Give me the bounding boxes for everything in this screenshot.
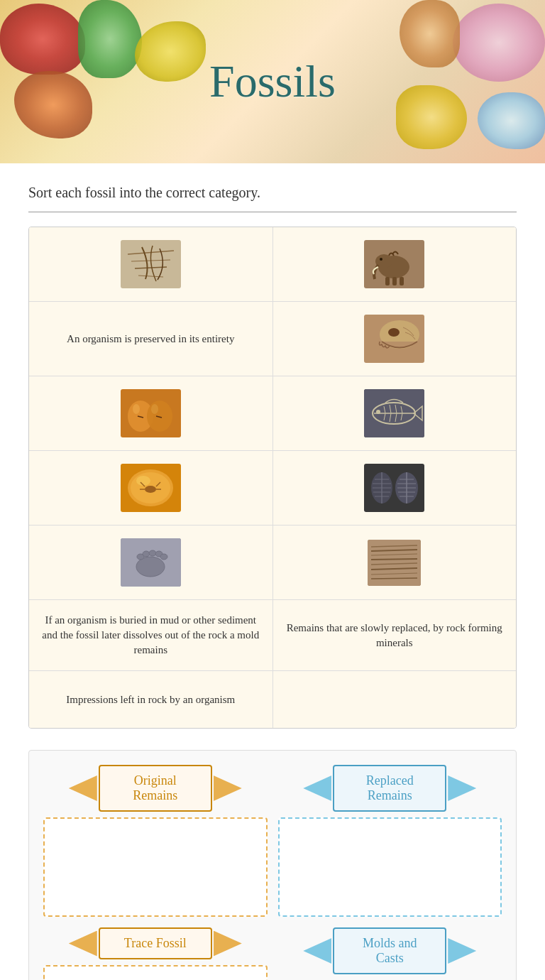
main-content: Sort each fossil into the correct catego… — [0, 163, 545, 980]
banner-left-wing — [303, 775, 331, 801]
amber-insect-image — [121, 464, 181, 512]
fish-fossil-image — [364, 389, 424, 437]
cell-1-1[interactable] — [29, 227, 273, 301]
svg-line-76 — [371, 578, 417, 579]
cell-3-2[interactable] — [273, 376, 517, 450]
svg-point-39 — [145, 486, 156, 493]
dinosaur-skull-image — [364, 315, 424, 363]
cell-5-1[interactable] — [29, 526, 273, 599]
replaced-remains-drop-zone[interactable] — [278, 817, 502, 917]
sort-row-2: An organism is preserved in its entirety — [29, 302, 516, 376]
category-original-remains: OriginalRemains — [43, 765, 268, 917]
molds-and-casts-label: Molds andCasts — [333, 927, 446, 974]
sort-row-3 — [29, 376, 516, 451]
banner-right-wing — [448, 938, 476, 964]
svg-rect-10 — [400, 277, 404, 285]
molds-and-casts-banner: Molds andCasts — [319, 927, 461, 974]
banner-left-wing — [303, 938, 331, 964]
replaced-remains-label: ReplacedRemains — [333, 765, 446, 812]
category-molds-and-casts: Molds andCasts — [278, 927, 502, 980]
trilobites-image — [364, 464, 424, 512]
svg-point-18 — [133, 404, 140, 414]
svg-point-63 — [143, 551, 150, 557]
mammoth-image — [364, 240, 424, 288]
categories-grid: OriginalRemains ReplacedRemains Trace — [43, 765, 502, 980]
cell-6-1[interactable]: If an organism is buried in mud or other… — [29, 600, 273, 670]
trace-fossil-banner: Trace Fossil — [84, 927, 226, 959]
svg-point-11 — [380, 258, 382, 261]
sort-grid: An organism is preserved in its entirety — [28, 227, 517, 729]
banner-left-wing — [69, 931, 97, 957]
shell-decoration-5 — [453, 4, 545, 82]
svg-line-72 — [371, 559, 417, 560]
svg-point-64 — [149, 550, 156, 556]
sort-row-6: If an organism is buried in mud or other… — [29, 600, 516, 671]
banner-left-wing — [69, 775, 97, 801]
fossil-traces-image — [121, 240, 181, 288]
svg-rect-9 — [392, 277, 397, 285]
shell-decoration-3 — [135, 21, 206, 82]
cell-6-2[interactable]: Remains that are slowly replaced, by roc… — [273, 600, 517, 670]
cell-7-2 — [273, 671, 517, 728]
categories-section: OriginalRemains ReplacedRemains Trace — [28, 750, 517, 980]
cell-5-2[interactable] — [273, 526, 517, 599]
shell-decoration-1 — [0, 4, 85, 75]
sort-instruction: Sort each fossil into the correct catego… — [28, 185, 517, 212]
cell-1-2[interactable] — [273, 227, 517, 301]
shell-decoration-7 — [400, 0, 460, 67]
replaced-remains-banner: ReplacedRemains — [319, 765, 461, 812]
cell-2-1[interactable]: An organism is preserved in its entirety — [29, 302, 273, 376]
cell-2-2[interactable] — [273, 302, 517, 376]
banner-right-wing — [448, 775, 476, 801]
page-title: Fossils — [209, 55, 336, 108]
shell-decoration-8 — [478, 92, 545, 149]
shell-decoration-2 — [78, 0, 142, 78]
cell-7-1[interactable]: Impressions left in rock by an organism — [29, 671, 273, 728]
svg-point-19 — [151, 404, 158, 414]
trace-fossil-label: Trace Fossil — [99, 927, 212, 959]
trace-fossil-drop-zone[interactable] — [43, 965, 268, 980]
banner-right-wing — [214, 775, 242, 801]
footprint-image — [121, 538, 181, 587]
svg-point-38 — [136, 476, 150, 486]
shell-decoration-4 — [14, 71, 92, 138]
category-replaced-remains: ReplacedRemains — [278, 765, 502, 917]
category-trace-fossil: Trace Fossil — [43, 927, 268, 980]
amber-pair-image — [121, 389, 181, 437]
svg-point-34 — [376, 410, 380, 414]
cell-4-1[interactable] — [29, 451, 273, 525]
original-remains-label: OriginalRemains — [99, 765, 212, 812]
bark-fossil-image — [368, 540, 421, 586]
banner-right-wing — [214, 931, 242, 957]
cell-3-1[interactable] — [29, 376, 273, 450]
page-header: Fossils — [0, 0, 545, 163]
original-remains-banner: OriginalRemains — [84, 765, 226, 812]
sort-row-1 — [29, 227, 516, 302]
svg-point-14 — [388, 328, 400, 337]
sort-row-5 — [29, 526, 516, 600]
svg-rect-8 — [385, 277, 390, 285]
shell-decoration-6 — [396, 85, 467, 149]
original-remains-drop-zone[interactable] — [43, 817, 268, 917]
svg-point-17 — [147, 401, 172, 432]
sort-row-7: Impressions left in rock by an organism — [29, 671, 516, 728]
sort-row-4 — [29, 451, 516, 526]
cell-4-2[interactable] — [273, 451, 517, 525]
svg-point-66 — [160, 554, 167, 560]
